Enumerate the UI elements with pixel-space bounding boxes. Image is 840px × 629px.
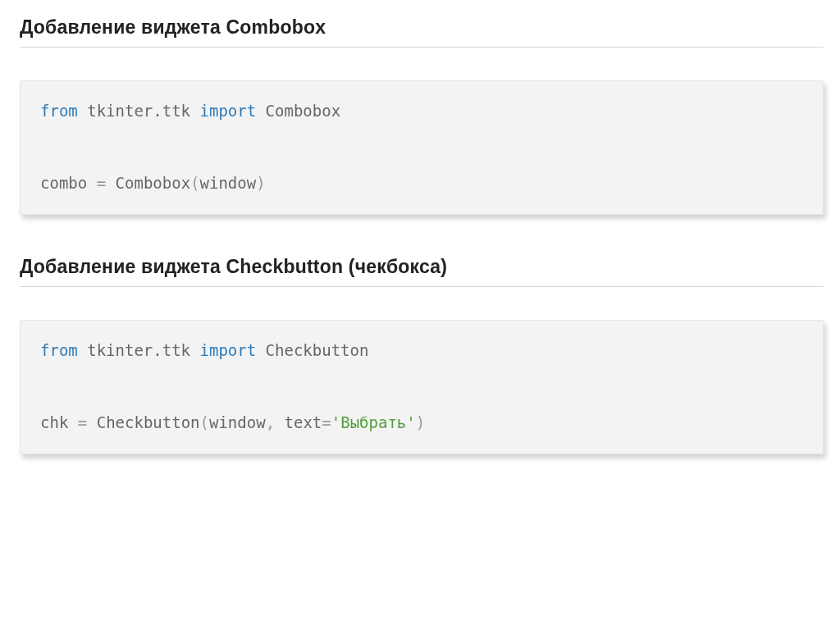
code-module: tkinter.ttk: [87, 102, 190, 120]
code-call: Combobox: [116, 174, 191, 192]
code-paren: (: [200, 413, 209, 431]
code-call: Checkbutton: [97, 413, 200, 431]
heading-checkbutton: Добавление виджета Checkbutton (чекбокса…: [20, 256, 824, 287]
code-op: =: [97, 174, 106, 192]
code-var: chk: [40, 413, 68, 431]
code-keyword: from: [40, 102, 78, 120]
code-block-combobox: from tkinter.ttk import Combobox combo =…: [20, 80, 824, 215]
code-block-checkbutton: from tkinter.ttk import Checkbutton chk …: [20, 320, 824, 454]
code-module: tkinter.ttk: [87, 341, 190, 359]
section-checkbutton: Добавление виджета Checkbutton (чекбокса…: [20, 256, 824, 454]
code-arg: window: [200, 174, 257, 192]
code-op: =: [78, 413, 87, 431]
section-combobox: Добавление виджета Combobox from tkinter…: [20, 16, 824, 215]
code-keyword: import: [200, 102, 257, 120]
code-keyword: from: [40, 341, 78, 359]
code-arg: window: [209, 413, 266, 431]
code-keyword: import: [200, 341, 257, 359]
code-kwarg: text: [285, 413, 322, 431]
code-class: Checkbutton: [266, 341, 369, 359]
code-paren: (: [190, 174, 199, 192]
code-paren: ): [256, 174, 265, 192]
code-class: Combobox: [266, 102, 341, 120]
code-string: 'Выбрать': [331, 413, 416, 431]
code-comma: ,: [266, 413, 275, 431]
heading-combobox: Добавление виджета Combobox: [20, 16, 824, 48]
code-op: =: [322, 413, 331, 431]
code-paren: ): [416, 413, 425, 431]
code-var: combo: [40, 174, 87, 192]
